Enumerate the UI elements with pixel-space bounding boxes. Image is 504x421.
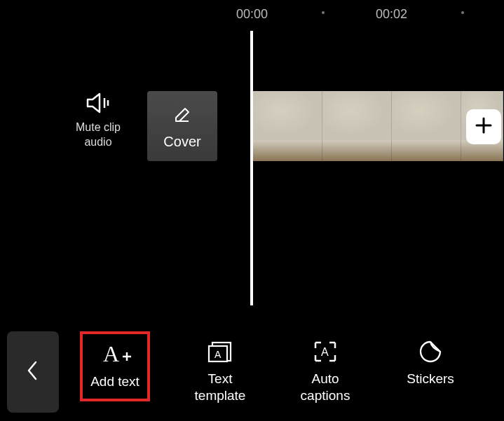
clip-thumbnail[interactable] — [253, 91, 322, 161]
time-dot — [461, 11, 464, 14]
time-marker: 00:02 — [376, 7, 407, 22]
plus-icon — [474, 116, 493, 138]
playhead[interactable] — [250, 31, 253, 305]
chevron-left-icon — [26, 359, 40, 385]
clip-thumbnail[interactable] — [322, 91, 392, 161]
cover-button[interactable]: Cover — [147, 91, 217, 161]
auto-captions-icon: A — [313, 340, 338, 364]
time-dot — [322, 11, 325, 14]
svg-text:A: A — [103, 343, 119, 366]
stickers-button[interactable]: Stickers — [395, 331, 465, 396]
timeline-ruler[interactable]: 00:00 00:02 — [0, 0, 504, 28]
speaker-mute-icon — [86, 91, 111, 115]
add-text-button[interactable]: A Add text — [80, 331, 150, 401]
back-button[interactable] — [7, 331, 59, 413]
svg-text:A: A — [214, 349, 222, 360]
mute-clip-audio-button[interactable]: Mute clip audio — [70, 91, 126, 150]
add-text-icon: A — [96, 343, 134, 366]
auto-captions-button[interactable]: A Auto captions — [290, 331, 360, 413]
text-template-button[interactable]: A Text template — [185, 331, 255, 413]
bottom-toolbar: A Add text A Text template — [0, 323, 504, 421]
add-text-label: Add text — [90, 373, 139, 390]
clip-thumbnail[interactable] — [392, 91, 461, 161]
text-template-icon: A — [206, 340, 234, 364]
stickers-label: Stickers — [407, 371, 454, 387]
auto-captions-label: Auto captions — [301, 371, 350, 404]
text-template-label: Text template — [195, 371, 246, 404]
time-marker: 00:00 — [236, 7, 268, 22]
add-clip-button[interactable] — [466, 109, 501, 144]
pencil-icon — [173, 103, 191, 127]
svg-text:A: A — [321, 346, 329, 358]
mute-label: Mute clip audio — [70, 120, 126, 150]
sticker-icon — [418, 340, 442, 364]
cover-label: Cover — [163, 134, 200, 150]
